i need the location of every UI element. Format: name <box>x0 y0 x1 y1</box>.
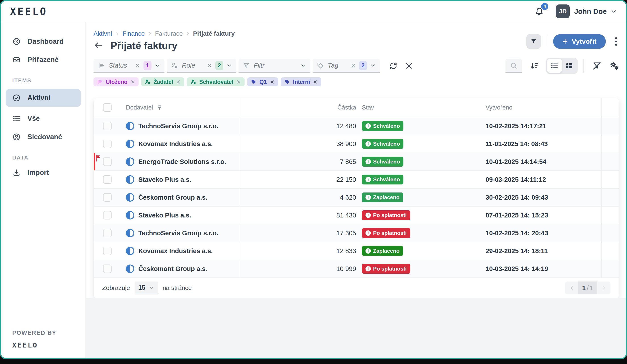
column-header-amount[interactable]: Částka <box>337 104 356 111</box>
remove-chip-icon[interactable] <box>130 79 135 85</box>
info-icon <box>366 195 371 200</box>
table-row[interactable]: TechnoServis Group s.r.o. 12 480 Schvále… <box>94 117 619 135</box>
search-icon <box>510 62 518 70</box>
clear-icon[interactable] <box>350 62 356 69</box>
sidebar-item-assigned[interactable]: Přiřazené <box>5 53 81 67</box>
table-row[interactable]: Staveko Plus a.s. 22 150 Schváleno 09-03… <box>94 171 619 189</box>
back-button[interactable] <box>94 40 104 51</box>
select-all-checkbox[interactable] <box>103 103 111 112</box>
chevron-right-icon <box>185 31 190 36</box>
table-row[interactable]: Kovomax Industries a.s. 38 900 Schváleno… <box>94 135 619 153</box>
breadcrumb-item[interactable]: Aktivní <box>94 30 112 37</box>
sidebar-item-dashboard[interactable]: Dashboard <box>5 34 81 49</box>
refresh-button[interactable] <box>389 61 398 70</box>
chevron-down-icon[interactable] <box>154 62 160 69</box>
filter-label: Role <box>182 62 195 69</box>
filter-label: Tag <box>328 62 338 69</box>
table-row[interactable]: TechnoServis Group s.r.o. 17 305 Po spla… <box>94 224 619 242</box>
chip-q1[interactable]: Q1 <box>247 77 278 86</box>
table-row[interactable]: Staveko Plus a.s. 81 430 Po splatnosti 0… <box>94 207 619 224</box>
filter-dropdown-role[interactable]: Role 2 <box>167 59 236 73</box>
chip-schvalovatel[interactable]: Schvalovatel <box>187 77 245 86</box>
remove-chip-icon[interactable] <box>236 79 241 85</box>
status-label: Po splatnosti <box>373 230 407 236</box>
pin-icon[interactable] <box>156 104 163 111</box>
row-checkbox[interactable] <box>103 265 111 273</box>
flag-icon <box>95 154 103 162</box>
chevron-down-icon[interactable] <box>300 62 306 69</box>
row-checkbox[interactable] <box>103 229 111 237</box>
gauge-icon <box>12 37 21 46</box>
create-button[interactable]: Vytvořit <box>553 34 606 49</box>
notifications-button[interactable]: 4 <box>534 6 544 16</box>
breadcrumb-current: Přijaté faktury <box>193 30 235 37</box>
next-page-button[interactable] <box>597 281 611 294</box>
created-at: 11-01-2025 14: 08:43 <box>485 140 548 148</box>
contrast-icon <box>126 122 134 130</box>
remove-filters-button[interactable] <box>592 61 602 71</box>
prev-page-button[interactable] <box>565 281 578 294</box>
filter-dropdown-status[interactable]: Status 1 <box>94 59 164 73</box>
table-row[interactable]: Českomont Group a.s. 4 620 Zaplaceno 30-… <box>94 189 619 207</box>
chip-label: Interní <box>293 79 310 85</box>
chip-label: Uloženo <box>106 79 127 85</box>
chip-ulozeno[interactable]: Uloženo <box>94 77 139 86</box>
table-row[interactable]: Českomont Group a.s. 10 999 Po splatnost… <box>94 260 619 278</box>
clear-icon[interactable] <box>207 62 213 69</box>
sidebar-item-active[interactable]: Aktivní <box>5 89 81 107</box>
status-label: Schváleno <box>373 141 400 147</box>
status-label: Po splatnosti <box>373 212 407 218</box>
supplier-name: Staveko Plus a.s. <box>138 176 191 183</box>
table-row[interactable]: Kovomax Industries a.s. 12 833 Zaplaceno… <box>94 242 619 260</box>
table-header: Dodavatel Částka Stav Vytvořeno <box>94 98 619 117</box>
chevron-right-icon <box>148 31 153 36</box>
supplier-name: Kovomax Industries a.s. <box>138 140 213 148</box>
filter-label: Status <box>109 62 127 69</box>
chevron-down-icon[interactable] <box>226 62 232 69</box>
column-header-supplier[interactable]: Dodavatel <box>126 104 153 111</box>
row-checkbox[interactable] <box>103 122 111 130</box>
row-checkbox[interactable] <box>103 211 111 220</box>
more-options-button[interactable] <box>613 35 619 48</box>
filter-button[interactable] <box>526 34 541 49</box>
row-checkbox[interactable] <box>103 193 111 202</box>
list-view-button[interactable] <box>547 59 562 73</box>
remove-chip-icon[interactable] <box>176 79 181 85</box>
sort-button[interactable] <box>529 61 539 70</box>
pagination-bar: Zobrazuje 15 na stránce 1 / 1 <box>94 278 619 298</box>
avatar[interactable]: JD <box>556 4 570 18</box>
clear-all-filters-button[interactable] <box>405 61 414 70</box>
chip-interni[interactable]: Interní <box>281 77 321 86</box>
search-button[interactable] <box>505 59 522 73</box>
row-checkbox[interactable] <box>103 175 111 184</box>
settings-button[interactable] <box>609 61 619 71</box>
chip-zadatel[interactable]: Žadatel <box>141 77 184 86</box>
status-badge: Po splatnosti <box>362 228 410 238</box>
breadcrumb-item[interactable]: Fakturace <box>155 30 183 37</box>
xeelo-logo: XEELO <box>10 6 47 17</box>
table-row-flagged[interactable]: EnergoTrade Solutions s.r.o. 7 865 Schvá… <box>94 153 619 171</box>
breadcrumb-item[interactable]: Finance <box>122 30 145 37</box>
table-view-button[interactable] <box>562 59 576 73</box>
row-checkbox[interactable] <box>103 247 111 255</box>
filter-dropdown-filtr[interactable]: Filtr <box>239 59 310 73</box>
remove-chip-icon[interactable] <box>313 79 318 85</box>
status-badge: Po splatnosti <box>362 264 410 274</box>
sidebar-item-all[interactable]: Vše <box>5 112 81 126</box>
chevron-down-icon[interactable] <box>610 8 617 15</box>
remove-chip-icon[interactable] <box>269 79 275 85</box>
status-badge: Schváleno <box>362 175 403 184</box>
chevron-down-icon[interactable] <box>370 62 376 69</box>
sidebar-item-label: Import <box>27 169 49 177</box>
column-header-status[interactable]: Stav <box>362 104 374 111</box>
divider <box>547 35 547 48</box>
page-size-select[interactable]: 15 <box>135 281 158 294</box>
contrast-icon <box>126 175 134 184</box>
column-header-created[interactable]: Vytvořeno <box>485 104 513 111</box>
row-checkbox[interactable] <box>103 140 111 148</box>
sidebar-item-watched[interactable]: Sledované <box>5 130 81 144</box>
row-checkbox[interactable] <box>103 157 111 166</box>
clear-icon[interactable] <box>135 62 141 69</box>
filter-dropdown-tag[interactable]: Tag 2 <box>313 59 380 73</box>
sidebar-item-import[interactable]: Import <box>5 166 81 180</box>
